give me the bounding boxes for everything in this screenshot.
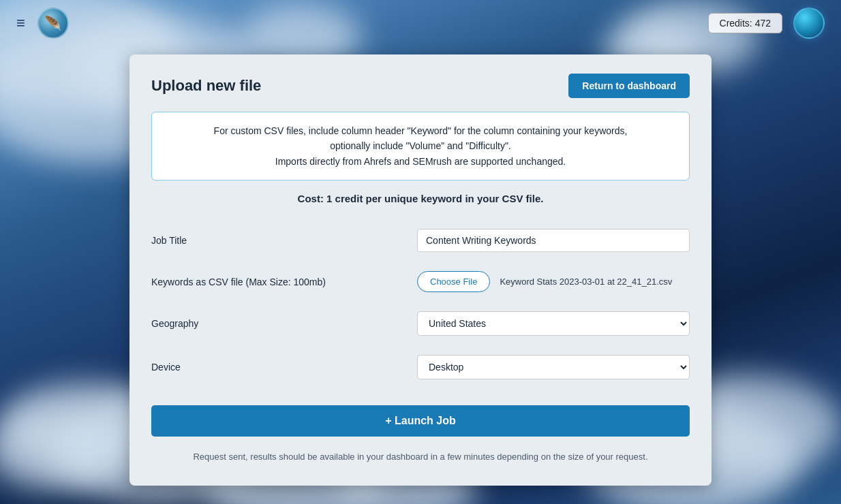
info-line-2: optionally include "Volume" and "Difficu…: [168, 138, 673, 153]
choose-file-button[interactable]: Choose File: [417, 271, 490, 292]
return-to-dashboard-button[interactable]: Return to dashboard: [568, 74, 690, 98]
info-line-1: For custom CSV files, include column hea…: [168, 123, 673, 138]
launch-job-button[interactable]: + Launch Job: [151, 405, 690, 437]
file-row: Choose File Keyword Stats 2023-03-01 at …: [417, 271, 690, 292]
device-control: Desktop Mobile Tablet: [417, 355, 690, 379]
csv-control: Choose File Keyword Stats 2023-03-01 at …: [417, 271, 690, 292]
geography-control: United States United Kingdom Canada Aust…: [417, 311, 690, 336]
nav-left: ≡ 🪶: [16, 7, 69, 39]
nav-right: Credits: 472: [708, 7, 825, 39]
job-title-label: Job Title: [151, 235, 417, 246]
upload-card: Upload new file Return to dashboard For …: [129, 54, 712, 486]
form: Job Title Keywords as CSV file (Max Size…: [151, 219, 690, 389]
credits-badge: Credits: 472: [708, 13, 782, 33]
nav-orb: [793, 7, 825, 39]
job-title-row: Job Title: [151, 219, 690, 262]
geography-label: Geography: [151, 318, 417, 329]
device-label: Device: [151, 362, 417, 373]
hamburger-icon[interactable]: ≡: [16, 14, 27, 32]
navbar: ≡ 🪶 Credits: 472: [0, 0, 841, 46]
info-box: For custom CSV files, include column hea…: [151, 112, 690, 180]
csv-row: Keywords as CSV file (Max Size: 100mb) C…: [151, 262, 690, 302]
device-select[interactable]: Desktop Mobile Tablet: [417, 355, 690, 379]
job-title-input[interactable]: [417, 229, 690, 252]
logo: 🪶: [37, 7, 69, 39]
page-title: Upload new file: [151, 77, 261, 95]
device-row: Device Desktop Mobile Tablet: [151, 345, 690, 389]
cost-text: Cost: 1 credit per unique keyword in you…: [151, 193, 690, 204]
geography-select[interactable]: United States United Kingdom Canada Aust…: [417, 311, 690, 336]
csv-label: Keywords as CSV file (Max Size: 100mb): [151, 277, 417, 287]
file-name: Keyword Stats 2023-03-01 at 22_41_21.csv: [500, 277, 672, 287]
logo-icon: 🪶: [44, 15, 61, 31]
geography-row: Geography United States United Kingdom C…: [151, 302, 690, 345]
info-line-3: Imports directly from Ahrefs and SEMrush…: [168, 154, 673, 169]
card-header: Upload new file Return to dashboard: [151, 74, 690, 98]
success-message: Request sent, results should be availabl…: [151, 450, 690, 464]
job-title-control: [417, 229, 690, 252]
